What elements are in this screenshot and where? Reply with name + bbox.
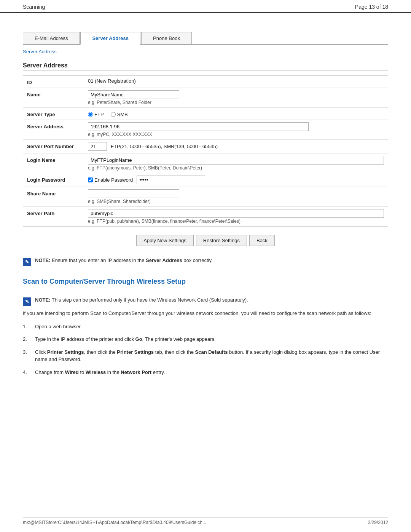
label-server-path: Server Path [27,209,88,216]
label-id: ID [27,78,88,85]
apply-button[interactable]: Apply New Settings [136,235,194,246]
name-input[interactable] [88,90,179,99]
page-footer: mk:@MSITStore:C:\Users\14JMIS~1\AppData\… [23,517,388,525]
password-row: Enable Password [88,176,384,184]
button-row: Apply New Settings Restore Settings Back [23,235,388,246]
intro-paragraph: If you are intending to perform Scan to … [23,310,388,318]
note-icon-1: ✎ [23,258,31,266]
label-port: Server Port Number [27,142,88,149]
step-num-1: 1. [23,323,30,331]
page-number: Page 13 of 18 [355,4,388,10]
tab-email[interactable]: E-Mail Address [23,32,80,44]
label-login-name: Login Name [27,156,88,163]
label-share-name: Share Name [27,189,88,197]
note-box-1: ✎ NOTE: Ensure that you enter an IP addr… [23,257,388,266]
label-name: Name [27,90,88,97]
step-text-1: Open a web browser. [35,323,388,331]
form-row-server-type: Server Type FTP SMB [23,108,388,120]
value-server-type: FTP SMB [88,110,384,117]
restore-button[interactable]: Restore Settings [196,235,247,246]
step-text-2: Type in the IP address of the printer an… [35,335,388,343]
form-row-port: Server Port Number FTP(21, 5000 - 65535)… [23,140,388,153]
page-title-left: Scanning [23,4,45,10]
label-server-type: Server Type [27,110,88,117]
value-password: Enable Password [88,176,384,184]
note-icon-2: ✎ [23,297,31,306]
server-address-form: ID 01 (New Registration) Name e.g. Peter… [23,75,388,227]
share-name-hint: e.g. SMB(Share, Sharedfolder) [88,199,384,204]
radio-ftp-input[interactable] [88,112,93,117]
port-row: FTP(21, 5000 - 65535), SMB(139, 5000 - 6… [88,142,384,151]
server-path-hint: e.g. FTP(pub, pub/share), SMB(finance, f… [88,219,384,224]
server-path-input[interactable] [88,209,384,218]
note-text-2: NOTE: This step can be performed only if… [35,297,248,303]
radio-smb-input[interactable] [111,112,116,117]
value-name: e.g. PeterShare, Shared Folder [88,90,384,105]
back-button[interactable]: Back [249,235,275,246]
footer-left: mk:@MSITStore:C:\Users\14JMIS~1\AppData\… [23,520,206,525]
port-hint: FTP(21, 5000 - 65535), SMB(139, 5000 - 6… [111,144,218,149]
value-share-name: e.g. SMB(Share, Sharedfolder) [88,189,384,204]
form-row-share-name: Share Name e.g. SMB(Share, Sharedfolder) [23,187,388,207]
section-title: Server Address [23,62,388,71]
main-content: E-Mail Address Server Address Phone Book… [0,13,411,389]
radio-ftp[interactable]: FTP [88,112,104,117]
tab-container: E-Mail Address Server Address Phone Book [23,32,388,45]
value-login-name: e.g. FTP(anonymous, Peter), SMB(Peter, D… [88,156,384,171]
value-server-path: e.g. FTP(pub, pub/share), SMB(finance, f… [88,209,384,224]
server-address-hint: e.g. myPC, XXX.XXX.XXX.XXX [88,132,384,137]
form-row-password: Login Password Enable Password [23,173,388,187]
form-row-server-address: Server Address e.g. myPC, XXX.XXX.XXX.XX… [23,120,388,140]
label-server-address: Server Address [27,122,88,129]
login-name-input[interactable] [88,156,384,165]
name-hint: e.g. PeterShare, Shared Folder [88,100,384,105]
step-num-4: 4. [23,369,30,376]
note-box-2: ✎ NOTE: This step can be performed only … [23,297,388,306]
step-text-3: Click Printer Settings, then click the P… [35,348,388,363]
step-num-2: 2. [23,335,30,343]
breadcrumb[interactable]: Server Address [23,48,57,55]
port-input[interactable] [88,142,107,151]
footer-right: 2/29/2012 [368,520,388,525]
form-row-server-path: Server Path e.g. FTP(pub, pub/share), SM… [23,207,388,226]
enable-password-checkbox[interactable] [88,177,93,182]
step-1: 1. Open a web browser. [23,323,388,331]
form-row-name: Name e.g. PeterShare, Shared Folder [23,88,388,108]
form-row-id: ID 01 (New Registration) [23,76,388,88]
password-input[interactable] [137,176,205,184]
step-4: 4. Change from Wired to Wireless in the … [23,369,388,376]
step-num-3: 3. [23,348,30,363]
login-name-hint: e.g. FTP(anonymous, Peter), SMB(Peter, D… [88,165,384,171]
enable-password-label[interactable]: Enable Password [88,177,133,183]
page-header: Scanning Page 13 of 18 [0,0,411,13]
note-text-1: NOTE: Ensure that you enter an IP addres… [35,257,213,263]
step-2: 2. Type in the IP address of the printer… [23,335,388,343]
value-port: FTP(21, 5000 - 65535), SMB(139, 5000 - 6… [88,142,384,151]
scan-heading: Scan to Computer/Server Through Wireless… [23,278,388,286]
radio-smb[interactable]: SMB [111,112,128,117]
form-row-login-name: Login Name e.g. FTP(anonymous, Peter), S… [23,153,388,173]
step-3: 3. Click Printer Settings, then click th… [23,348,388,363]
tab-phonebook[interactable]: Phone Book [141,32,192,44]
steps-list: 1. Open a web browser. 2. Type in the IP… [23,323,388,376]
value-server-address: e.g. myPC, XXX.XXX.XXX.XXX [88,122,384,137]
share-name-input[interactable] [88,189,179,198]
tab-server-address[interactable]: Server Address [80,32,140,45]
value-id: 01 (New Registration) [88,78,384,84]
server-address-input[interactable] [88,122,309,131]
step-text-4: Change from Wired to Wireless in the Net… [35,369,388,376]
label-password: Login Password [27,176,88,183]
server-type-radio-group: FTP SMB [88,110,384,117]
